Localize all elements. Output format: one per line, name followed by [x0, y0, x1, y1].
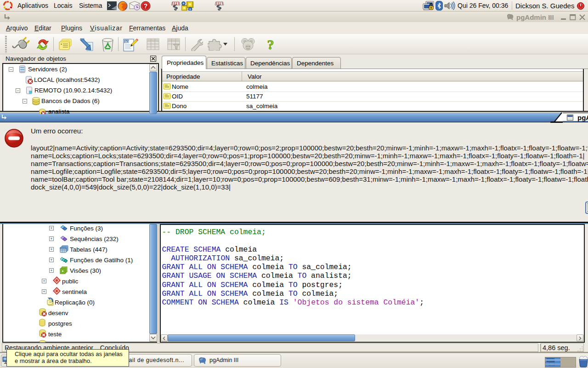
svg-text:?: ? [144, 2, 148, 10]
svg-text:SQL: SQL [124, 40, 130, 44]
svg-text:?: ? [267, 37, 274, 52]
